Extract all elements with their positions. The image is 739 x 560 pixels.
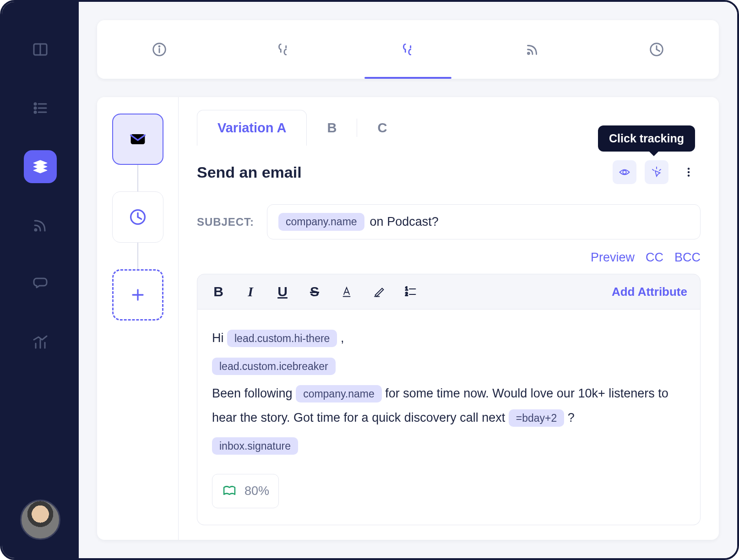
underline-button[interactable]: U	[274, 283, 291, 300]
top-tabs	[97, 20, 719, 79]
subject-row: SUBJECT: company.name on Podcast?	[197, 204, 701, 239]
user-avatar[interactable]	[20, 500, 60, 540]
svg-text:2: 2	[405, 291, 408, 297]
svg-point-36	[688, 168, 690, 170]
subject-label: SUBJECT:	[197, 216, 254, 228]
editor: Variation A B C Send an email Click trac…	[179, 97, 719, 540]
svg-line-35	[659, 169, 661, 170]
editor-title: Send an email	[197, 163, 302, 181]
svg-point-38	[688, 174, 690, 177]
svg-text:1: 1	[405, 286, 408, 291]
svg-point-6	[34, 111, 36, 113]
svg-marker-10	[33, 168, 47, 173]
variation-tab-c[interactable]: C	[357, 110, 407, 146]
email-body[interactable]: Hi lead.custom.hi-there , lead.custom.ic…	[197, 310, 701, 525]
tab-steps-b[interactable]	[346, 20, 470, 79]
tab-schedule[interactable]	[594, 20, 719, 79]
readability-value: 80%	[245, 479, 269, 503]
tooltip-click-tracking: Click tracking	[598, 125, 695, 152]
variation-tab-b[interactable]: B	[307, 110, 357, 146]
step-delay[interactable]	[112, 191, 163, 243]
sidebar	[2, 2, 79, 558]
svg-point-2	[34, 103, 36, 105]
font-color-button[interactable]	[338, 283, 355, 300]
main: Variation A B C Send an email Click trac…	[79, 2, 737, 558]
nav-dashboards[interactable]	[24, 33, 57, 66]
svg-point-22	[527, 53, 529, 54]
subject-token-company-name[interactable]: company.name	[278, 213, 364, 231]
body-token-signature[interactable]: inbox.signature	[212, 437, 298, 455]
svg-rect-26	[130, 134, 145, 144]
svg-line-25	[657, 49, 660, 51]
more-menu-button[interactable]	[677, 160, 701, 184]
svg-point-37	[688, 171, 690, 174]
nav-list[interactable]	[24, 92, 57, 125]
svg-line-34	[652, 169, 654, 170]
svg-point-11	[35, 229, 37, 231]
variation-tab-b-label: B	[327, 120, 337, 135]
body-token-company[interactable]: company.name	[296, 385, 382, 402]
tab-info[interactable]	[97, 20, 222, 79]
cc-link[interactable]: CC	[646, 250, 663, 265]
variation-tab-a-label: Variation A	[217, 120, 286, 135]
svg-point-32	[623, 170, 626, 174]
click-tracking-button[interactable]	[645, 160, 668, 184]
svg-point-17	[159, 46, 160, 47]
content: Variation A B C Send an email Click trac…	[97, 97, 719, 540]
highlight-button[interactable]	[370, 283, 387, 300]
body-text: ?	[568, 411, 575, 424]
nav-conversations[interactable]	[24, 267, 57, 300]
readability-badge[interactable]: 80%	[212, 474, 279, 508]
italic-button[interactable]: I	[242, 283, 259, 300]
nav-feeds[interactable]	[24, 209, 57, 242]
book-icon	[222, 484, 237, 499]
variation-tab-a[interactable]: Variation A	[197, 110, 307, 146]
body-text: ,	[341, 331, 344, 345]
steps-column	[97, 97, 179, 540]
svg-point-4	[34, 107, 36, 109]
open-tracking-button[interactable]	[613, 160, 636, 184]
preview-link[interactable]: Preview	[591, 250, 635, 265]
subject-text: on Podcast?	[370, 215, 439, 229]
subject-input[interactable]: company.name on Podcast?	[267, 204, 701, 239]
nav-analytics[interactable]	[24, 326, 57, 359]
tab-steps-a[interactable]	[222, 20, 346, 79]
nav-campaigns[interactable]	[24, 150, 57, 183]
body-token-hi-there[interactable]: lead.custom.hi-there	[227, 330, 337, 347]
step-add[interactable]	[112, 269, 163, 321]
format-toolbar: B I U S 12 Add Attribute	[197, 274, 701, 310]
tab-feed[interactable]	[470, 20, 595, 79]
svg-line-29	[138, 217, 141, 219]
body-token-bday[interactable]: =bday+2	[509, 409, 565, 427]
variation-tab-c-label: C	[377, 120, 387, 135]
bold-button[interactable]: B	[210, 283, 227, 300]
step-email[interactable]	[112, 114, 163, 165]
editor-actions: Click tracking	[613, 160, 701, 184]
bcc-link[interactable]: BCC	[674, 250, 701, 265]
body-text: Been following	[212, 386, 296, 400]
add-attribute-button[interactable]: Add Attribute	[612, 285, 687, 299]
numbered-list-button[interactable]: 12	[402, 283, 419, 300]
body-token-icebreaker[interactable]: lead.custom.icebreaker	[212, 358, 336, 375]
body-text: Hi	[212, 331, 227, 345]
strike-button[interactable]: S	[306, 283, 323, 300]
